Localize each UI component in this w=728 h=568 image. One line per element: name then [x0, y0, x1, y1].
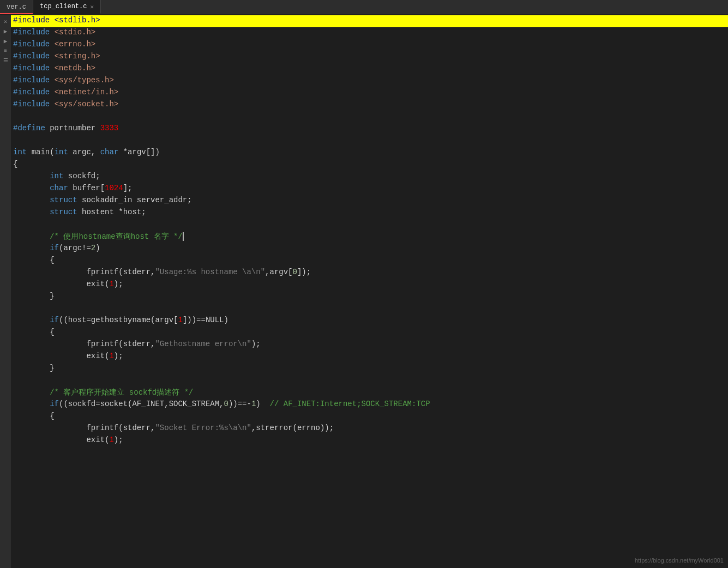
line-content: #include <stdlib.h>: [11, 16, 728, 25]
line-content: exit(1);: [11, 280, 728, 288]
code-line: #include <stdio.h>: [11, 27, 728, 39]
code-line: struct hostent *host;: [11, 207, 728, 219]
tab-tcp-client-c[interactable]: tcp_client.c ✕: [33, 0, 101, 14]
line-content: #include <sys/types.h>: [11, 76, 728, 84]
line-content: fprintf(stderr,"Socket Error:%s\a\n",str…: [11, 424, 728, 432]
line-content: char buffer[1024];: [11, 184, 728, 192]
line-content: }: [11, 292, 728, 300]
code-line: }: [11, 291, 728, 303]
code-line: [11, 219, 728, 231]
code-line: {: [11, 327, 728, 339]
code-line: int main(int argc, char *argv[]): [11, 147, 728, 159]
line-content: #include <stdio.h>: [11, 28, 728, 37]
gutter-icon-lines[interactable]: ☰: [2, 57, 9, 64]
code-line: struct sockaddr_in server_addr;: [11, 195, 728, 207]
line-content: struct hostent *host;: [11, 208, 728, 216]
code-line: int sockfd;: [11, 171, 728, 183]
line-content: {: [11, 256, 728, 264]
code-line: if((host=gethostbyname(argv[1]))==NULL): [11, 315, 728, 327]
line-content: /* 客户程序开始建立 sockfd描述符 */: [11, 388, 728, 397]
tab-close-icon[interactable]: ✕: [90, 3, 94, 10]
line-content: }: [11, 364, 728, 372]
code-line: {: [11, 159, 728, 171]
code-line: exit(1);: [11, 435, 728, 447]
line-content: {: [11, 328, 728, 336]
code-line: #include <netinet/in.h>: [11, 87, 728, 99]
gutter-icon-arrow1[interactable]: ▶: [2, 27, 9, 35]
code-line: [11, 135, 728, 147]
code-line: exit(1);: [11, 279, 728, 291]
code-line: [11, 375, 728, 387]
line-content: /* 使用hostname查询host 名字 */: [11, 232, 728, 241]
line-content: int sockfd;: [11, 172, 728, 180]
tab-bar: ver.c tcp_client.c ✕: [0, 0, 728, 15]
line-content: [11, 112, 728, 120]
code-line: char buffer[1024];: [11, 183, 728, 195]
line-content: #include <errno.h>: [11, 40, 728, 49]
line-content: [11, 304, 728, 312]
line-content: exit(1);: [11, 436, 728, 444]
code-area[interactable]: #include <stdlib.h>#include <stdio.h>#in…: [11, 15, 728, 568]
line-content: [11, 136, 728, 144]
line-content: if((sockfd=socket(AF_INET,SOCK_STREAM,0)…: [11, 400, 728, 408]
line-content: #include <sys/socket.h>: [11, 100, 728, 108]
code-line: if((sockfd=socket(AF_INET,SOCK_STREAM,0)…: [11, 399, 728, 411]
code-line: #include <stdlib.h>: [11, 15, 728, 27]
code-line: exit(1);: [11, 351, 728, 363]
code-line: fprintf(stderr,"Gethostname error\n");: [11, 339, 728, 351]
tab-ver-c-label: ver.c: [7, 3, 26, 11]
code-line: #define portnumber 3333: [11, 123, 728, 135]
line-content: [11, 376, 728, 384]
code-line: if(argc!=2): [11, 243, 728, 255]
tab-tcp-client-c-label: tcp_client.c: [40, 3, 87, 10]
gutter-icon-close[interactable]: ✕: [2, 17, 9, 25]
line-content: #include <netdb.h>: [11, 64, 728, 72]
watermark: https://blog.csdn.net/myWorld001: [635, 557, 724, 564]
text-cursor: [183, 232, 184, 241]
gutter-icon-arrow2[interactable]: ▶: [2, 37, 9, 45]
line-content: if(argc!=2): [11, 244, 728, 252]
code-line: /* 客户程序开始建立 sockfd描述符 */: [11, 387, 728, 399]
code-line: #include <sys/socket.h>: [11, 99, 728, 111]
tab-ver-c[interactable]: ver.c: [0, 0, 33, 14]
code-line: #include <errno.h>: [11, 39, 728, 51]
code-line: {: [11, 255, 728, 267]
left-gutter: ✕ ▶ ▶ ≡ ☰: [0, 15, 11, 568]
gutter-icon-bookmark[interactable]: ≡: [2, 47, 9, 55]
line-content: #include <string.h>: [11, 52, 728, 61]
line-content: #define portnumber 3333: [11, 124, 728, 132]
code-line: }: [11, 363, 728, 375]
line-content: if((host=gethostbyname(argv[1]))==NULL): [11, 316, 728, 324]
line-content: fprintf(stderr,"Gethostname error\n");: [11, 340, 728, 348]
code-line: #include <sys/types.h>: [11, 75, 728, 87]
line-content: fprintf(stderr,"Usage:%s hostname \a\n",…: [11, 268, 728, 276]
code-line: #include <netdb.h>: [11, 63, 728, 75]
code-line: #include <string.h>: [11, 51, 728, 63]
line-content: [11, 220, 728, 228]
editor-container: ✕ ▶ ▶ ≡ ☰ #include <stdlib.h>#include <s…: [0, 15, 728, 568]
line-content: exit(1);: [11, 352, 728, 360]
code-line: [11, 303, 728, 315]
code-line: {: [11, 411, 728, 423]
line-content: {: [11, 412, 728, 420]
line-content: #include <netinet/in.h>: [11, 88, 728, 96]
code-line: fprintf(stderr,"Socket Error:%s\a\n",str…: [11, 423, 728, 435]
code-line: /* 使用hostname查询host 名字 */: [11, 231, 728, 243]
code-line: fprintf(stderr,"Usage:%s hostname \a\n",…: [11, 267, 728, 279]
line-content: int main(int argc, char *argv[]): [11, 148, 728, 156]
code-line: [11, 111, 728, 123]
line-content: struct sockaddr_in server_addr;: [11, 196, 728, 204]
line-content: {: [11, 160, 728, 168]
